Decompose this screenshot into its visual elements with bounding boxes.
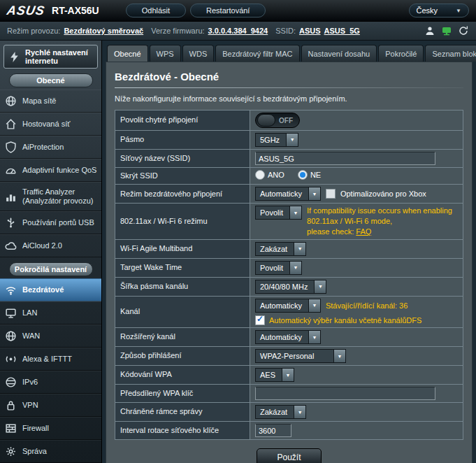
faq-link[interactable]: FAQ <box>356 227 371 236</box>
alexa-ifttt-icon <box>5 353 17 365</box>
wireless-mode-select[interactable]: Automaticky ▼ <box>255 187 321 201</box>
auth-method-select[interactable]: WPA2-Personal ▼ <box>255 349 346 363</box>
traffic-analyzer-icon <box>5 191 17 203</box>
sidebar: Rychlé nastavení internetu Obecné Mapa s… <box>0 41 102 463</box>
wpa-key-input[interactable] <box>255 387 435 400</box>
ssid-input[interactable] <box>255 152 435 165</box>
sidebar-item-quick-internet-setup[interactable]: Rychlé nastavení internetu <box>3 45 98 69</box>
field-label: 802.11ax / Wi-Fi 6 režimu <box>115 204 250 240</box>
sidebar-item-guest-network[interactable]: Hostovaná síť <box>0 113 101 136</box>
chevron-down-icon: ▼ <box>289 206 301 219</box>
wired-status-icon[interactable] <box>441 25 452 36</box>
sidebar-item-aicloud[interactable]: AiCloud 2.0 <box>0 234 101 257</box>
qos-icon <box>5 164 17 176</box>
language-label: Česky <box>417 6 438 15</box>
status-icons <box>424 25 469 36</box>
agile-multiband-select[interactable]: Zakázat ▼ <box>255 242 306 256</box>
lan-icon <box>5 307 17 319</box>
hint-line-1: If compatibility issue occurs when enabl… <box>307 206 452 225</box>
sidebar-item-firewall[interactable]: Firewall <box>0 417 101 440</box>
hide-ssid-radio-yes[interactable]: ANO <box>255 170 284 180</box>
ssid-24g-link[interactable]: ASUS <box>299 27 321 35</box>
sidebar-item-label: Rychlé nastavení internetu <box>25 48 93 65</box>
firmware-version-link[interactable]: 3.0.0.4.384_9424 <box>208 27 268 35</box>
language-selector[interactable]: Česky ▼ <box>409 3 469 17</box>
band-select[interactable]: 5GHz ▼ <box>255 133 298 147</box>
sidebar-item-label: Traffic Analyzer (Analyzátor provozu) <box>22 187 99 206</box>
sidebar-item-alexa-ifttt[interactable]: Alexa & IFTTT <box>0 348 101 371</box>
table-row: Povolit chytré připojení OFF <box>115 111 463 131</box>
aiprotection-icon <box>5 141 17 153</box>
sidebar-item-label: WAN <box>22 332 40 341</box>
table-row: Předsdílený WPA klíč <box>115 385 463 403</box>
tab-roaming-block-list[interactable]: Seznam blokování roamingu <box>425 45 476 62</box>
sidebar-item-lan[interactable]: LAN <box>0 301 101 325</box>
sidebar-item-wireless[interactable]: Bezdrátové <box>0 278 101 301</box>
apply-button[interactable]: Použít <box>257 448 321 463</box>
table-row: Chráněné rámce správy Zakázat ▼ <box>115 403 463 422</box>
field-label: Režim bezdrátového připojení <box>115 185 250 204</box>
field-label: Kanál <box>115 296 250 327</box>
sidebar-item-wan[interactable]: WAN <box>0 325 101 348</box>
field-label: Šířka pásma kanálu <box>115 277 250 296</box>
field-label: Skrýt SSID <box>115 168 250 185</box>
sidebar-item-aiprotection[interactable]: AiProtection <box>0 136 101 159</box>
chevron-down-icon: ▼ <box>314 280 326 293</box>
operation-mode-label: Režim provozu: <box>7 27 60 35</box>
sidebar-item-label: Hostovaná síť <box>22 120 70 129</box>
wpa-encryption-select[interactable]: AES ▼ <box>255 368 294 382</box>
field-label: Wi-Fi Agile Multiband <box>115 239 250 258</box>
asus-logo: ASUS <box>6 3 46 18</box>
toggle-knob <box>257 114 275 127</box>
reboot-button[interactable]: Restartování <box>190 3 266 17</box>
field-label: Způsob přihlášení <box>115 347 250 366</box>
sidebar-item-label: Mapa sítě <box>22 97 56 106</box>
tab-wireless-mac-filter[interactable]: Bezdrátový filtr MAC <box>215 45 299 62</box>
smart-connect-toggle[interactable]: OFF <box>255 113 300 128</box>
ssid-5g-link[interactable]: ASUS_5G <box>324 27 360 35</box>
chevron-down-icon: ▼ <box>282 369 294 381</box>
hide-ssid-radio-no[interactable]: NE <box>298 170 321 180</box>
quick-setup-icon <box>8 51 20 63</box>
dfs-channel-checkbox[interactable] <box>255 315 265 325</box>
field-label: Kódování WPA <box>115 366 250 385</box>
key-rotation-input[interactable] <box>255 424 291 437</box>
sidebar-item-traffic-analyzer[interactable]: Traffic Analyzer (Analyzátor provozu) <box>0 182 101 211</box>
sidebar-item-label: Bezdrátové <box>22 285 64 294</box>
current-channel-status: Stávající/řídící kanál: 36 <box>326 301 408 311</box>
tab-radius-setting[interactable]: Nastavení dosahu <box>301 45 377 62</box>
guest-network-icon <box>5 118 17 130</box>
router-model: RT-AX56U <box>52 5 99 16</box>
table-row: Wi-Fi Agile Multiband Zakázat ▼ <box>115 239 463 258</box>
extension-channel-select[interactable]: Automaticky ▼ <box>255 330 321 344</box>
table-row: Interval rotace síťového klíče <box>115 422 463 440</box>
page-title: Bezdrátové - Obecné <box>115 71 463 83</box>
ssid-label: SSID: <box>275 27 296 35</box>
chevron-down-icon: ▼ <box>308 331 320 343</box>
sidebar-item-vpn[interactable]: VPN <box>0 394 101 417</box>
target-wake-time-select[interactable]: Povolit ▼ <box>255 261 302 275</box>
wan-icon <box>5 330 17 342</box>
pmf-select[interactable]: Zakázat ▼ <box>255 405 306 419</box>
sidebar-item-administration[interactable]: Správa <box>0 440 101 463</box>
channel-select[interactable]: Automaticky ▼ <box>255 299 321 313</box>
radio-icon <box>255 170 265 180</box>
logout-button[interactable]: Odhlásit <box>126 3 186 17</box>
chevron-down-icon: ▼ <box>289 262 301 274</box>
sidebar-item-network-map[interactable]: Mapa sítě <box>0 90 101 113</box>
sidebar-item-usb-application[interactable]: Používání portů USB <box>0 211 101 234</box>
tab-general[interactable]: Obecné <box>107 45 148 62</box>
channel-bandwidth-select[interactable]: 20/40/80 MHz ▼ <box>255 280 326 294</box>
sidebar-item-ipv6[interactable]: IPv6 <box>0 371 101 394</box>
clients-icon[interactable] <box>424 25 435 36</box>
tab-wds[interactable]: WDS <box>182 45 215 62</box>
sidebar-item-adaptive-qos[interactable]: Adaptivní funkce QoS <box>0 159 101 182</box>
xbox-optimized-checkbox[interactable] <box>326 189 336 199</box>
tab-wps[interactable]: WPS <box>150 45 181 62</box>
ax-mode-select[interactable]: Povolit ▼ <box>255 206 302 220</box>
sidebar-item-label: VPN <box>22 401 38 410</box>
operation-mode-link[interactable]: Bezdrátový směrovač <box>64 27 143 35</box>
field-label: Pásmo <box>115 131 250 150</box>
tab-professional[interactable]: Pokročilé <box>378 45 424 62</box>
refresh-icon[interactable] <box>458 25 469 36</box>
